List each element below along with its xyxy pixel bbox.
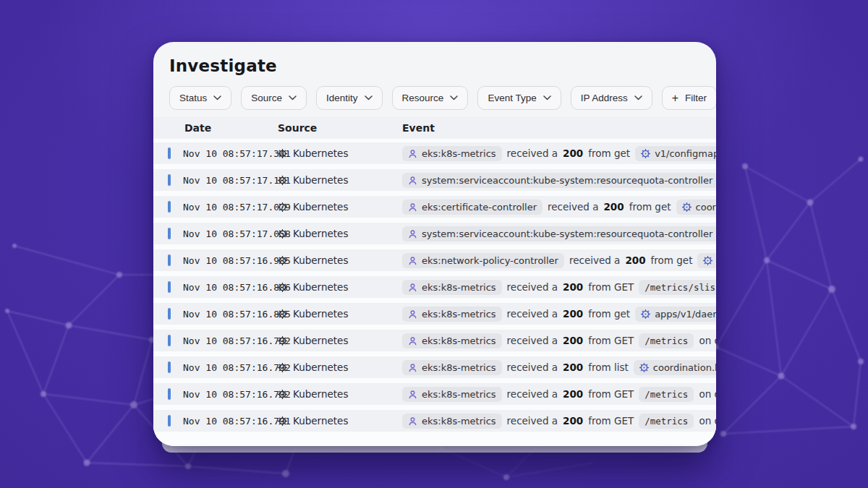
event-timestamp: Nov 10 08:57:16.985 [183, 255, 291, 266]
filter-label: Resource [402, 93, 444, 103]
status-code: 200 [563, 308, 583, 320]
identity-chip[interactable]: eks:k8s-metrics [402, 307, 502, 322]
status-indicator-bar [168, 147, 171, 159]
resource-chip[interactable]: coordination [676, 200, 716, 215]
identity-person-icon [408, 176, 417, 185]
table-row[interactable]: Nov 10 08:57:17.181 Kubernetes system:se… [153, 169, 716, 191]
filter-label: Identity [326, 93, 358, 103]
date-cell: Nov 10 08:57:16.985 [153, 254, 278, 266]
resource-chip[interactable]: apps/v1/daemonsets [635, 307, 716, 322]
status-indicator-bar [168, 254, 171, 266]
filter-dropdown-ip-address[interactable]: IP Address [571, 86, 652, 110]
event-cell: eks:k8s-metricsreceived a200from GET/met… [402, 387, 716, 402]
event-cell: eks:network-policy-controllerreceived a2… [402, 253, 716, 268]
investigate-panel: Investigate StatusSourceIdentityResource… [153, 42, 716, 446]
date-cell: Nov 10 08:57:17.181 [153, 174, 278, 186]
table-row[interactable]: Nov 10 08:57:16.792 Kubernetes eks:k8s-m… [153, 383, 716, 405]
filter-dropdown-status[interactable]: Status [169, 86, 231, 110]
identity-chip[interactable]: system:serviceaccount:kube-system:resour… [402, 173, 716, 188]
event-cell: eks:k8s-metricsreceived a200from get v1/… [402, 146, 716, 161]
event-text: from GET [588, 335, 634, 346]
table-row[interactable]: Nov 10 08:57:16.791 Kubernetes eks:k8s-m… [153, 410, 716, 432]
table-row[interactable]: Nov 10 08:57:16.886 Kubernetes eks:k8s-m… [153, 276, 716, 298]
source-label: Kubernetes [293, 281, 348, 293]
table-row[interactable]: Nov 10 08:57:17.079 Kubernetes eks:certi… [153, 196, 716, 218]
date-cell: Nov 10 08:57:16.886 [153, 281, 278, 293]
table-row[interactable]: Nov 10 08:57:17.058 Kubernetes system:se… [153, 223, 716, 244]
path-chip[interactable]: /metrics [639, 333, 694, 348]
identity-chip[interactable]: eks:k8s-metrics [402, 280, 502, 295]
event-text: on cluster [699, 388, 716, 400]
page-title: Investigate [169, 56, 700, 75]
column-header-source: Source [278, 122, 402, 134]
filter-dropdown-source[interactable]: Source [241, 86, 307, 110]
identity-chip[interactable]: system:serviceaccount:kube-system:resour… [402, 226, 716, 241]
event-text: from get [629, 201, 671, 213]
filter-dropdown-identity[interactable]: Identity [316, 86, 383, 110]
path-chip[interactable]: /metrics [639, 414, 694, 429]
kubernetes-resource-icon [641, 149, 650, 158]
table-header: Date Source Event [153, 117, 716, 139]
resource-chip[interactable]: apiextensions [697, 253, 716, 268]
identity-name: system:serviceaccount:kube-system:resour… [422, 175, 712, 186]
kubernetes-resource-icon [641, 309, 650, 319]
date-cell: Nov 10 08:57:16.792 [153, 388, 278, 400]
source-cell: Kubernetes [278, 228, 402, 239]
identity-chip[interactable]: eks:k8s-metrics [402, 360, 502, 375]
identity-name: eks:certificate-controller [422, 202, 537, 213]
source-label: Kubernetes [293, 254, 348, 266]
event-text: on cluster [699, 335, 716, 346]
event-cell: eks:k8s-metricsreceived a200from list co… [402, 360, 716, 375]
event-timestamp: Nov 10 08:57:17.079 [183, 202, 291, 213]
event-timestamp: Nov 10 08:57:16.886 [183, 282, 291, 293]
source-label: Kubernetes [293, 228, 348, 239]
path-chip[interactable]: /metrics/slis [639, 280, 716, 295]
event-text: received a [507, 361, 558, 373]
identity-chip[interactable]: eks:k8s-metrics [402, 414, 502, 429]
table-row[interactable]: Nov 10 08:57:16.792 Kubernetes eks:k8s-m… [153, 356, 716, 378]
identity-name: eks:k8s-metrics [422, 309, 496, 320]
identity-chip[interactable]: eks:network-policy-controller [402, 253, 564, 268]
status-code: 200 [563, 335, 583, 346]
column-header-date: Date [153, 122, 278, 134]
filter-dropdown-event-type[interactable]: Event Type [477, 86, 561, 110]
event-text: from GET [588, 388, 634, 400]
source-label: Kubernetes [293, 415, 348, 427]
kubernetes-icon [278, 336, 287, 346]
identity-name: eks:k8s-metrics [422, 335, 496, 346]
path-chip[interactable]: /metrics [639, 387, 694, 402]
source-cell: Kubernetes [278, 308, 402, 320]
identity-person-icon [408, 390, 417, 399]
resource-name: apps/v1/daemonsets [655, 309, 716, 320]
table-row[interactable]: Nov 10 08:57:17.341 Kubernetes eks:k8s-m… [153, 142, 716, 164]
filter-label: Status [179, 93, 207, 103]
resource-chip[interactable]: coordination.k8s.io [634, 360, 716, 375]
identity-chip[interactable]: eks:k8s-metrics [402, 146, 502, 161]
identity-chip[interactable]: eks:k8s-metrics [402, 333, 502, 348]
kubernetes-icon [278, 283, 287, 292]
identity-person-icon [408, 416, 417, 426]
resource-chip[interactable]: v1/configmaps kube [635, 146, 716, 161]
source-label: Kubernetes [293, 388, 348, 400]
event-timestamp: Nov 10 08:57:16.791 [183, 416, 291, 427]
table-row[interactable]: Nov 10 08:57:16.885 Kubernetes eks:k8s-m… [153, 303, 716, 325]
identity-name: eks:k8s-metrics [422, 389, 496, 400]
identity-chip[interactable]: eks:k8s-metrics [402, 387, 502, 402]
kubernetes-icon [278, 229, 287, 239]
filter-dropdown-resource[interactable]: Resource [392, 86, 469, 110]
kubernetes-resource-icon [639, 363, 649, 372]
event-timestamp: Nov 10 08:57:16.792 [183, 389, 291, 400]
table-row[interactable]: Nov 10 08:57:16.985 Kubernetes eks:netwo… [153, 249, 716, 271]
table-row[interactable]: Nov 10 08:57:16.792 Kubernetes eks:k8s-m… [153, 330, 716, 351]
event-text: received a [507, 388, 558, 400]
event-text: from list [588, 361, 629, 373]
chevron-down-icon [213, 95, 221, 100]
source-cell: Kubernetes [278, 388, 402, 400]
filter-label: Event Type [488, 93, 536, 103]
add-filter-button[interactable]: +Filter [662, 86, 716, 110]
status-indicator-bar [168, 415, 171, 427]
event-timestamp: Nov 10 08:57:17.341 [183, 148, 291, 159]
identity-chip[interactable]: eks:certificate-controller [402, 200, 542, 215]
status-indicator-bar [168, 388, 171, 400]
source-label: Kubernetes [293, 174, 348, 186]
